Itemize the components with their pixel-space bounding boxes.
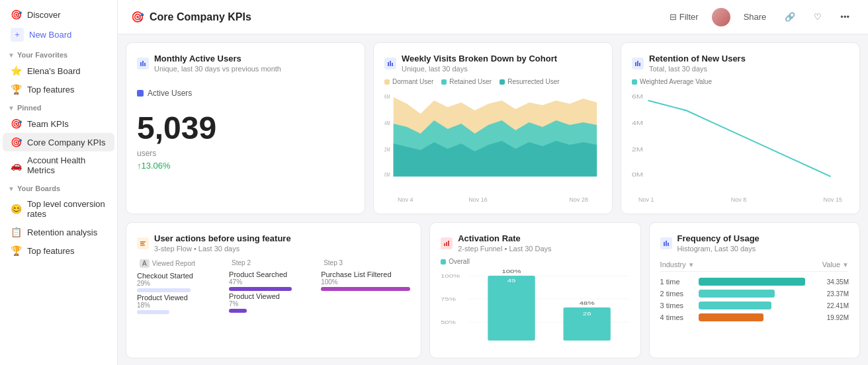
legend-weighted: Weighted Average Value <box>632 78 712 85</box>
favorite-button[interactable]: ♡ <box>808 9 827 24</box>
sidebar-item-top-features-board[interactable]: 🏆 Top features <box>3 241 114 260</box>
page-title: 🎯 Core Company KPIs <box>131 11 251 23</box>
col-c-label: Step 3 <box>324 259 343 266</box>
top-features-board-label: Top features <box>27 246 75 256</box>
sidebar-favorites-section[interactable]: ▼ Your Favorites <box>0 46 117 61</box>
sidebar: 🎯 Discover ＋ New Board ▼ Your Favorites … <box>0 0 118 365</box>
sidebar-item-top-features-fav[interactable]: 🏆 Top features <box>3 80 114 99</box>
funnel-columns: A Viewed Report Checkout Started 29% Pro… <box>137 258 410 315</box>
col-a-label: Viewed Report <box>152 260 195 267</box>
core-company-label: Core Company KPIs <box>27 138 106 147</box>
user-actions-header: User actions before using feature 3-step… <box>137 233 410 253</box>
funnel-col-c-header: Step 3 <box>321 258 410 268</box>
sidebar-item-conversion[interactable]: 😊 Top level conversion rates <box>3 195 114 223</box>
item-a2-label: Product Viewed <box>137 294 226 302</box>
svg-rect-36 <box>666 241 667 246</box>
mau-users-label: Active Users <box>137 89 354 98</box>
avatar[interactable] <box>712 8 730 26</box>
sidebar-item-team-kpis[interactable]: 🎯 Team KPIs <box>3 114 114 133</box>
freq-row-3: 3 times 22.41M <box>660 300 849 311</box>
industry-header[interactable]: Industry ▼ <box>660 261 695 268</box>
freq-value-1: 34.35M <box>816 278 849 286</box>
mau-unit: users <box>137 149 354 158</box>
frequency-title-text: Frequency of Usage <box>677 233 760 243</box>
freq-row-1: 1 time 34.35M <box>660 276 849 288</box>
svg-text:6M: 6M <box>632 93 643 100</box>
item-b2-label: Product Viewed <box>229 292 318 300</box>
mau-change: ↑13.06% <box>137 161 354 171</box>
svg-rect-21 <box>446 242 447 246</box>
retention-label: Retention analysis <box>27 227 97 237</box>
plus-icon: ＋ <box>11 28 24 42</box>
ret-x3: Nov 15 <box>823 196 842 203</box>
svg-text:6M: 6M <box>384 93 390 101</box>
user-actions-title-text: User actions before using feature <box>154 233 291 243</box>
svg-rect-1 <box>142 61 144 66</box>
team-kpis-label: Team KPIs <box>27 119 69 129</box>
favorites-label: Your Favorites <box>17 51 67 59</box>
sidebar-pinned-section[interactable]: ▼ Pinned <box>0 99 117 114</box>
link-button[interactable]: 🔗 <box>779 9 801 24</box>
funnel-item-b1: Product Searched 47% <box>229 270 318 291</box>
industry-label: Industry <box>660 261 686 268</box>
weekly-x-labels: Nov 4 Nov 16 Nov 28 <box>384 196 601 203</box>
frequency-title: Frequency of Usage <box>677 233 760 243</box>
funnel-col-b: Step 2 Product Searched 47% Product View… <box>229 258 318 315</box>
sidebar-item-new-board[interactable]: ＋ New Board <box>3 24 114 46</box>
funnel-col-a: A Viewed Report Checkout Started 29% Pro… <box>137 258 226 315</box>
trophy-icon-2: 🏆 <box>11 245 22 256</box>
boards-label: Your Boards <box>17 184 60 192</box>
user-actions-subtitle: 3-step Flow • Last 30 days <box>154 245 291 253</box>
topbar-actions: ⊟ Filter Share 🔗 ♡ ••• <box>664 8 855 26</box>
share-button[interactable]: Share <box>738 9 772 24</box>
freq-value-4: 19.92M <box>816 314 849 321</box>
activation-subtitle: 2-step Funnel • Last 30 Days <box>458 245 551 253</box>
sidebar-boards-section[interactable]: ▼ Your Boards <box>0 179 117 195</box>
sidebar-item-elenas-board[interactable]: ⭐ Elena's Board <box>3 61 114 80</box>
sidebar-item-discover[interactable]: 🎯 Discover <box>3 5 114 24</box>
chevron-icon: ▼ <box>8 52 15 59</box>
retention-card: Retention of New Users Total, last 30 da… <box>621 42 860 214</box>
activation-chart: 100% 75% 50% 100% 49 48% 26 <box>441 268 629 347</box>
svg-text:100%: 100% <box>441 273 460 279</box>
sidebar-item-retention[interactable]: 📋 Retention analysis <box>3 223 114 241</box>
activation-legend: Overall <box>441 258 629 265</box>
weekly-title: Weekly Visits Broken Down by Cohort <box>402 54 557 63</box>
svg-text:4M: 4M <box>632 120 643 126</box>
bar-a2 <box>137 310 169 314</box>
weekly-card-icon <box>384 58 396 69</box>
mau-card-header: Monthly Active Users Unique, last 30 day… <box>137 54 354 73</box>
bar-b2 <box>229 309 247 313</box>
overall-dot <box>441 259 446 264</box>
item-c1-label: Purchase List Filtered <box>321 270 410 278</box>
col-b-label: Step 2 <box>232 259 251 266</box>
heart-icon: ♡ <box>814 12 822 22</box>
item-a1-label: Checkout Started <box>137 272 226 280</box>
mau-subtitle: Unique, last 30 days vs previous month <box>154 65 281 73</box>
svg-text:48%: 48% <box>580 300 595 306</box>
freq-bar-4 <box>699 313 763 321</box>
activation-header: Activation Rate 2-step Funnel • Last 30 … <box>441 233 629 253</box>
value-header[interactable]: Value ▼ <box>822 261 849 268</box>
filter-button[interactable]: ⊟ Filter <box>664 9 704 24</box>
dots-icon: ••• <box>840 12 849 22</box>
freq-row-4: 4 times 19.92M <box>660 311 849 323</box>
sidebar-item-core-company[interactable]: 🎯 Core Company KPIs <box>3 133 114 151</box>
overall-label: Overall <box>449 258 470 265</box>
frequency-card: Frequency of Usage Histogram, Last 30 da… <box>649 222 860 358</box>
weekly-title-text: Weekly Visits Broken Down by Cohort <box>402 54 557 63</box>
weekly-subtitle: Unique, last 30 days <box>402 65 557 73</box>
weekly-card-header: Weekly Visits Broken Down by Cohort Uniq… <box>384 54 601 73</box>
weekly-chart-area: 6M 4M 2M 0M Nov 4 Nov 16 Nov 28 <box>384 91 601 203</box>
freq-bar-wrap-1 <box>699 278 810 286</box>
svg-text:2M: 2M <box>384 146 390 153</box>
mau-card: Monthly Active Users Unique, last 30 day… <box>126 42 365 214</box>
freq-bar-wrap-3 <box>699 302 810 309</box>
sidebar-item-account-health[interactable]: 🚗 Account Health Metrics <box>3 151 114 179</box>
value-label: Value <box>822 261 840 268</box>
more-button[interactable]: ••• <box>835 9 855 24</box>
mau-title-text: Monthly Active Users <box>154 54 241 63</box>
retention-x-labels: Nov 1 Nov 8 Nov 15 <box>632 196 849 203</box>
retained-label: Retained User <box>449 78 492 85</box>
retained-dot <box>441 79 447 85</box>
